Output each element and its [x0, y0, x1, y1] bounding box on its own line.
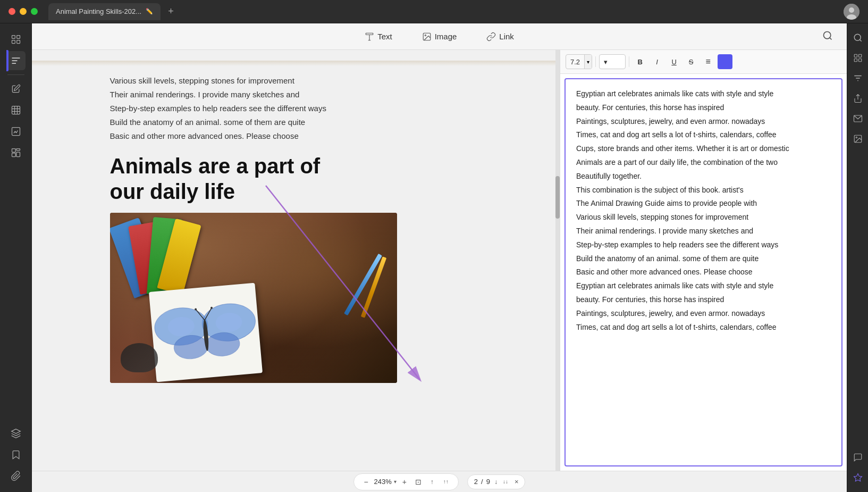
doc-scrollbar-track[interactable]	[555, 50, 560, 471]
document-panel[interactable]: Various skill levels, stepping stones fo…	[32, 50, 560, 471]
traffic-lights	[9, 8, 38, 15]
zoom-arrow-icon[interactable]: ▾	[394, 479, 397, 485]
format-sep-2	[629, 56, 629, 67]
svg-rect-3	[12, 36, 15, 39]
editor-line-2: beauty. For centuries, this horse has in…	[576, 102, 831, 114]
editor-line-6: Animals are a part of our daily life, th…	[576, 156, 831, 169]
tab-edit-icon[interactable]: ✏️	[146, 8, 153, 15]
main-toolbar: Text Image Link	[32, 23, 847, 50]
sidebar-icon-text[interactable]	[6, 51, 26, 70]
svg-rect-13	[12, 149, 15, 153]
doc-line-2: Their animal renderings. I provide many …	[110, 88, 482, 101]
right-magic-icon[interactable]	[850, 470, 866, 486]
svg-rect-36	[858, 54, 861, 57]
editor-line-17: Paintings, sculptures, jewelry, and even…	[576, 307, 831, 320]
bold-button[interactable]: B	[633, 54, 647, 69]
doc-line-1: Various skill levels, stepping stones fo…	[110, 74, 482, 87]
right-grid-icon[interactable]	[850, 50, 866, 66]
avatar	[844, 4, 859, 20]
right-sidebar	[847, 23, 868, 492]
sidebar-icon-layers[interactable]	[6, 424, 26, 443]
tab-bar: Animal Painting Skills-202... ✏️ +	[48, 3, 844, 20]
right-share-icon[interactable]	[850, 90, 866, 106]
doc-scrollbar-thumb[interactable]	[555, 176, 560, 219]
color-swatch[interactable]	[718, 54, 732, 69]
doc-heading: Animals are a part ofour daily life	[110, 153, 482, 204]
svg-rect-4	[16, 36, 20, 39]
right-chat-icon[interactable]	[850, 449, 866, 465]
font-family-select[interactable]: ▾	[599, 54, 626, 69]
zoom-fit-button[interactable]: ⊡	[412, 476, 424, 488]
document-content: Various skill levels, stepping stones fo…	[110, 74, 482, 383]
maximize-button[interactable]	[31, 8, 38, 15]
svg-rect-38	[858, 59, 861, 62]
titlebar: Animal Painting Skills-202... ✏️ +	[0, 0, 868, 23]
format-toolbar: 7.2 ▾ ▾ B I U S ≡	[560, 50, 847, 74]
strikethrough-button[interactable]: S	[684, 54, 698, 69]
italic-button[interactable]: I	[650, 54, 664, 69]
close-button[interactable]	[9, 8, 15, 15]
svg-rect-12	[12, 128, 20, 136]
text-tool[interactable]: Text	[358, 29, 399, 45]
sidebar-icon-edit[interactable]	[6, 79, 26, 98]
svg-point-1	[849, 7, 854, 13]
active-tab[interactable]: Animal Painting Skills-202... ✏️	[48, 3, 161, 20]
right-sidebar-bottom	[850, 449, 866, 486]
editor-line-18: Times, cat and dog art sells a lot of t-…	[576, 321, 831, 334]
right-filter-icon[interactable]	[850, 70, 866, 86]
text-tool-label: Text	[377, 32, 392, 41]
image-tool[interactable]: Image	[416, 29, 464, 45]
right-mail-icon[interactable]	[850, 111, 866, 127]
link-tool-label: Link	[499, 32, 514, 41]
right-search-icon[interactable]	[850, 30, 866, 46]
sidebar-icon-attach[interactable]	[6, 466, 26, 486]
svg-marker-42	[854, 474, 862, 481]
sidebar-icon-pages[interactable]	[6, 30, 26, 49]
image-tool-label: Image	[435, 32, 457, 41]
editor-line-1: Egyptian art celebrates animals like cat…	[576, 88, 831, 101]
editor-line-4: Times, cat and dog art sells a lot of t-…	[576, 129, 831, 141]
zoom-controls: − 243% ▾ + ⊡ ↑ ↑↑	[353, 473, 459, 490]
content-area: Text Image Link	[32, 23, 847, 492]
font-size-arrow[interactable]: ▾	[584, 55, 592, 69]
editor-line-3: Paintings, sculptures, jewelry, and even…	[576, 115, 831, 128]
zoom-expand2-button[interactable]: ↑↑	[440, 476, 452, 488]
svg-point-31	[210, 307, 212, 309]
text-tool-icon	[365, 32, 374, 41]
sidebar-icon-chart[interactable]	[6, 122, 26, 141]
status-bar: − 243% ▾ + ⊡ ↑ ↑↑ 2 / 9 ↓ ↓↓ ×	[32, 471, 847, 492]
doc-line-3: Step-by-step examples to help readers se…	[110, 102, 482, 115]
canvas-area: Various skill levels, stepping stones fo…	[32, 50, 847, 471]
font-size-value: 7.2	[566, 58, 584, 66]
image-tool-icon	[422, 32, 432, 41]
underline-button[interactable]: U	[667, 54, 681, 69]
document-image	[110, 213, 397, 383]
page-next-button[interactable]: ↓↓	[502, 478, 509, 486]
editor-line-15: Egyptian art celebrates animals like cat…	[576, 280, 831, 293]
svg-rect-35	[854, 54, 857, 57]
svg-rect-6	[16, 40, 20, 44]
editor-line-14: Basic and other more advanced ones. Plea…	[576, 266, 831, 279]
zoom-decrease-button[interactable]: −	[360, 476, 372, 488]
svg-rect-37	[854, 59, 857, 62]
svg-rect-16	[12, 153, 15, 157]
search-toolbar-icon[interactable]	[822, 30, 833, 43]
doc-line-5: Basic and other more advanced ones. Plea…	[110, 130, 482, 143]
editor-line-10: Various skill levels, stepping stones fo…	[576, 211, 831, 224]
tab-title: Animal Painting Skills-202...	[56, 7, 141, 15]
page-prev-button[interactable]: ↓	[493, 477, 499, 487]
page-close-button[interactable]: ×	[515, 478, 519, 486]
sidebar-icon-templates[interactable]	[6, 143, 26, 162]
sidebar-icon-table[interactable]	[6, 101, 26, 120]
zoom-increase-button[interactable]: +	[399, 476, 410, 488]
link-tool[interactable]: Link	[480, 29, 520, 45]
page-current: 2	[474, 478, 478, 486]
sidebar-icon-bookmark[interactable]	[6, 445, 26, 464]
align-button[interactable]: ≡	[701, 54, 715, 69]
editor-text-area[interactable]: Egyptian art celebrates animals like cat…	[564, 78, 842, 466]
right-image-icon[interactable]	[850, 131, 866, 147]
minimize-button[interactable]	[20, 8, 27, 15]
tab-add-button[interactable]: +	[165, 5, 177, 18]
zoom-expand1-button[interactable]: ↑	[426, 476, 438, 488]
font-size-control[interactable]: 7.2 ▾	[566, 54, 592, 69]
